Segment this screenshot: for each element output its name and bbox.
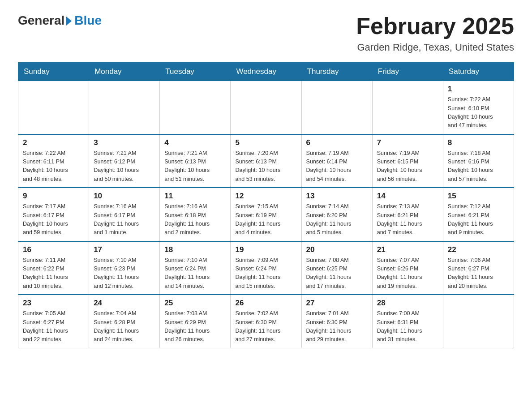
logo-arrow-icon [66,17,72,26]
logo-general-text: General [18,13,64,28]
calendar-cell: 25Sunrise: 7:03 AM Sunset: 6:29 PM Dayli… [160,295,231,348]
calendar-cell: 3Sunrise: 7:21 AM Sunset: 6:12 PM Daylig… [89,134,160,188]
day-info: Sunrise: 7:03 AM Sunset: 6:29 PM Dayligh… [164,309,226,344]
calendar-cell [160,81,231,134]
calendar-cell: 13Sunrise: 7:14 AM Sunset: 6:20 PM Dayli… [301,188,372,241]
page-header: General Blue February 2025 Garden Ridge,… [18,13,514,53]
calendar-cell [443,295,514,348]
calendar-week-row: 1Sunrise: 7:22 AM Sunset: 6:10 PM Daylig… [18,81,514,134]
day-number: 9 [23,192,84,201]
day-number: 17 [94,245,155,254]
day-number: 15 [448,192,509,201]
calendar-cell: 18Sunrise: 7:10 AM Sunset: 6:24 PM Dayli… [160,241,231,295]
day-info: Sunrise: 7:05 AM Sunset: 6:27 PM Dayligh… [23,309,84,344]
day-info: Sunrise: 7:22 AM Sunset: 6:11 PM Dayligh… [23,149,84,184]
weekday-header-wednesday: Wednesday [231,63,301,81]
day-info: Sunrise: 7:21 AM Sunset: 6:12 PM Dayligh… [94,149,155,184]
day-info: Sunrise: 7:18 AM Sunset: 6:16 PM Dayligh… [448,149,509,184]
day-number: 14 [377,192,438,201]
calendar-cell: 1Sunrise: 7:22 AM Sunset: 6:10 PM Daylig… [443,81,514,134]
day-number: 7 [377,138,438,147]
calendar-cell: 4Sunrise: 7:21 AM Sunset: 6:13 PM Daylig… [160,134,231,188]
logo-blue-text: Blue [74,13,102,28]
weekday-header-thursday: Thursday [301,63,372,81]
day-number: 22 [448,245,509,254]
calendar-week-row: 16Sunrise: 7:11 AM Sunset: 6:22 PM Dayli… [18,241,514,295]
calendar-cell: 11Sunrise: 7:16 AM Sunset: 6:18 PM Dayli… [160,188,231,241]
weekday-header-monday: Monday [89,63,160,81]
day-info: Sunrise: 7:19 AM Sunset: 6:14 PM Dayligh… [306,149,368,184]
day-info: Sunrise: 7:21 AM Sunset: 6:13 PM Dayligh… [164,149,226,184]
calendar-cell [231,81,301,134]
day-number: 2 [23,138,84,147]
day-number: 16 [23,245,84,254]
day-info: Sunrise: 7:06 AM Sunset: 6:27 PM Dayligh… [448,256,509,291]
weekday-header-sunday: Sunday [18,63,89,81]
calendar-cell: 26Sunrise: 7:02 AM Sunset: 6:30 PM Dayli… [231,295,301,348]
day-info: Sunrise: 7:08 AM Sunset: 6:25 PM Dayligh… [306,256,368,291]
day-info: Sunrise: 7:04 AM Sunset: 6:28 PM Dayligh… [94,309,155,344]
calendar-cell: 2Sunrise: 7:22 AM Sunset: 6:11 PM Daylig… [18,134,89,188]
calendar-cell: 22Sunrise: 7:06 AM Sunset: 6:27 PM Dayli… [443,241,514,295]
day-number: 10 [94,192,155,201]
calendar-cell: 20Sunrise: 7:08 AM Sunset: 6:25 PM Dayli… [301,241,372,295]
day-info: Sunrise: 7:19 AM Sunset: 6:15 PM Dayligh… [377,149,438,184]
calendar-cell: 6Sunrise: 7:19 AM Sunset: 6:14 PM Daylig… [301,134,372,188]
calendar-cell: 16Sunrise: 7:11 AM Sunset: 6:22 PM Dayli… [18,241,89,295]
logo: General Blue [18,13,102,28]
day-info: Sunrise: 7:11 AM Sunset: 6:22 PM Dayligh… [23,256,84,291]
day-number: 21 [377,245,438,254]
day-info: Sunrise: 7:16 AM Sunset: 6:18 PM Dayligh… [164,202,226,237]
day-number: 24 [94,299,155,308]
calendar-cell: 10Sunrise: 7:16 AM Sunset: 6:17 PM Dayli… [89,188,160,241]
calendar-cell [301,81,372,134]
calendar-cell: 19Sunrise: 7:09 AM Sunset: 6:24 PM Dayli… [231,241,301,295]
calendar-cell: 14Sunrise: 7:13 AM Sunset: 6:21 PM Dayli… [372,188,443,241]
day-info: Sunrise: 7:00 AM Sunset: 6:31 PM Dayligh… [377,309,438,344]
day-info: Sunrise: 7:01 AM Sunset: 6:30 PM Dayligh… [306,309,368,344]
day-info: Sunrise: 7:14 AM Sunset: 6:20 PM Dayligh… [306,202,368,237]
calendar-cell [372,81,443,134]
calendar-table: SundayMondayTuesdayWednesdayThursdayFrid… [18,62,514,348]
calendar-week-row: 23Sunrise: 7:05 AM Sunset: 6:27 PM Dayli… [18,295,514,348]
day-number: 4 [164,138,226,147]
day-info: Sunrise: 7:12 AM Sunset: 6:21 PM Dayligh… [448,202,509,237]
logo-area: General Blue [18,13,102,28]
day-number: 5 [235,138,296,147]
weekday-header-row: SundayMondayTuesdayWednesdayThursdayFrid… [18,63,514,81]
calendar-week-row: 2Sunrise: 7:22 AM Sunset: 6:11 PM Daylig… [18,134,514,188]
day-info: Sunrise: 7:09 AM Sunset: 6:24 PM Dayligh… [235,256,296,291]
day-info: Sunrise: 7:22 AM Sunset: 6:10 PM Dayligh… [448,95,509,130]
day-number: 3 [94,138,155,147]
calendar-cell [89,81,160,134]
calendar-title: February 2025 [356,13,514,39]
calendar-cell: 23Sunrise: 7:05 AM Sunset: 6:27 PM Dayli… [18,295,89,348]
weekday-header-tuesday: Tuesday [160,63,231,81]
calendar-week-row: 9Sunrise: 7:17 AM Sunset: 6:17 PM Daylig… [18,188,514,241]
day-number: 12 [235,192,296,201]
day-info: Sunrise: 7:13 AM Sunset: 6:21 PM Dayligh… [377,202,438,237]
day-number: 11 [164,192,226,201]
calendar-cell: 17Sunrise: 7:10 AM Sunset: 6:23 PM Dayli… [89,241,160,295]
calendar-cell: 27Sunrise: 7:01 AM Sunset: 6:30 PM Dayli… [301,295,372,348]
day-info: Sunrise: 7:02 AM Sunset: 6:30 PM Dayligh… [235,309,296,344]
calendar-cell: 12Sunrise: 7:15 AM Sunset: 6:19 PM Dayli… [231,188,301,241]
day-number: 18 [164,245,226,254]
calendar-cell: 15Sunrise: 7:12 AM Sunset: 6:21 PM Dayli… [443,188,514,241]
day-number: 28 [377,299,438,308]
day-number: 27 [306,299,368,308]
day-number: 19 [235,245,296,254]
day-number: 25 [164,299,226,308]
day-number: 1 [448,85,509,94]
day-number: 26 [235,299,296,308]
day-info: Sunrise: 7:15 AM Sunset: 6:19 PM Dayligh… [235,202,296,237]
weekday-header-friday: Friday [372,63,443,81]
day-info: Sunrise: 7:20 AM Sunset: 6:13 PM Dayligh… [235,149,296,184]
calendar-cell: 21Sunrise: 7:07 AM Sunset: 6:26 PM Dayli… [372,241,443,295]
day-number: 20 [306,245,368,254]
title-area: February 2025 Garden Ridge, Texas, Unite… [356,13,514,53]
day-number: 6 [306,138,368,147]
weekday-header-saturday: Saturday [443,63,514,81]
calendar-cell: 9Sunrise: 7:17 AM Sunset: 6:17 PM Daylig… [18,188,89,241]
day-number: 23 [23,299,84,308]
